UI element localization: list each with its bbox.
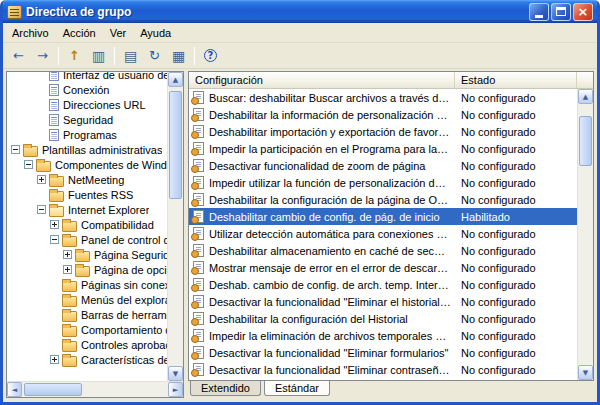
- tree-item[interactable]: Fuentes RSS: [7, 187, 167, 202]
- tree-item[interactable]: Página de opciones avanzadas: [7, 262, 167, 277]
- tree-item[interactable]: Direcciones URL: [7, 97, 167, 112]
- up-button[interactable]: ↑: [63, 45, 86, 67]
- policy-state: No configurado: [455, 330, 577, 342]
- tree-scroll-track[interactable]: [168, 87, 183, 366]
- scroll-left-icon[interactable]: ◄: [7, 382, 22, 397]
- tree-item[interactable]: Características de seguridad: [7, 352, 167, 367]
- view-tabs: ExtendidoEstándar: [188, 381, 594, 398]
- folder-icon: [75, 251, 90, 262]
- policy-row[interactable]: Deshabilitar la configuración de la fich…: [189, 378, 577, 380]
- show-tree-button[interactable]: ▥: [87, 45, 110, 67]
- folder-icon: [75, 266, 90, 277]
- policy-row[interactable]: Impedir utilizar la función de personali…: [189, 174, 577, 191]
- policy-row[interactable]: Deshab. cambio de config. de arch. temp.…: [189, 276, 577, 293]
- folder-icon: [62, 236, 77, 247]
- menu-ver[interactable]: Ver: [103, 25, 134, 41]
- tab-extendido[interactable]: Extendido: [190, 381, 261, 396]
- expander-icon[interactable]: [11, 145, 20, 154]
- tab-estandar[interactable]: Estándar: [264, 381, 330, 396]
- tree-item-label: Menús del explorador: [81, 294, 167, 306]
- scroll-up-icon[interactable]: ▲: [578, 89, 593, 104]
- expander-icon[interactable]: [24, 160, 33, 169]
- policy-row[interactable]: Desactivar funcionalidad de zoom de pági…: [189, 157, 577, 174]
- page-icon: [49, 114, 59, 126]
- tree-item[interactable]: Seguridad: [7, 112, 167, 127]
- tree-scroll-thumb[interactable]: [169, 91, 182, 199]
- expander-icon[interactable]: [63, 250, 72, 259]
- forward-button[interactable]: →: [31, 45, 54, 67]
- tree-item-label: Conexión: [63, 84, 109, 96]
- close-button[interactable]: ×: [573, 3, 593, 21]
- properties-button[interactable]: ▤: [119, 45, 142, 67]
- page-icon: [49, 129, 59, 141]
- tree-item[interactable]: Barras de herramientas: [7, 307, 167, 322]
- policy-row[interactable]: Deshabilitar la configuración de la pági…: [189, 191, 577, 208]
- tree-item[interactable]: Páginas sin conexión: [7, 277, 167, 292]
- scroll-down-icon[interactable]: ▼: [168, 366, 183, 381]
- policy-row[interactable]: Impedir la eliminación de archivos tempo…: [189, 327, 577, 344]
- column-header-estado[interactable]: Estado: [455, 72, 577, 88]
- maximize-icon: [556, 7, 566, 16]
- policy-row[interactable]: Desactivar la funcionalidad "Eliminar fo…: [189, 344, 577, 361]
- folder-icon: [62, 311, 77, 322]
- tree-item[interactable]: Programas: [7, 127, 167, 142]
- policy-state: No configurado: [455, 177, 577, 189]
- tree-item[interactable]: Internet Explorer: [7, 202, 167, 217]
- expander-icon[interactable]: [37, 205, 46, 214]
- list-scroll-thumb[interactable]: [579, 116, 592, 166]
- policy-state: No configurado: [455, 296, 577, 308]
- tree-item[interactable]: NetMeeting: [7, 172, 167, 187]
- policy-row[interactable]: Utilizar detección automática para conex…: [189, 225, 577, 242]
- policy-state: No configurado: [455, 262, 577, 274]
- tree-item[interactable]: Componentes de Windows: [7, 157, 167, 172]
- tree-item[interactable]: Página Seguridad: [7, 247, 167, 262]
- minimize-button[interactable]: [529, 3, 549, 21]
- folder-icon: [62, 296, 77, 307]
- tree-item[interactable]: Menús del explorador: [7, 292, 167, 307]
- export-list-button[interactable]: ▦: [167, 45, 190, 67]
- tree-item[interactable]: Conexión: [7, 82, 167, 97]
- menu-accion[interactable]: Acción: [56, 25, 103, 41]
- policy-row[interactable]: Impedir la participación en el Programa …: [189, 140, 577, 157]
- policy-row[interactable]: Deshabilitar cambio de config. de pág. d…: [189, 208, 577, 225]
- policy-state: No configurado: [455, 347, 577, 359]
- refresh-button[interactable]: ↻: [143, 45, 166, 67]
- scroll-up-icon[interactable]: ▲: [168, 72, 183, 87]
- help-button[interactable]: ?: [199, 45, 222, 67]
- expander-icon[interactable]: [50, 220, 59, 229]
- back-button[interactable]: ←: [7, 45, 30, 67]
- column-header-configuracion[interactable]: Configuración: [189, 72, 455, 88]
- policy-row[interactable]: Desactivar la funcionalidad "Eliminar co…: [189, 361, 577, 378]
- list-scroll-track[interactable]: [578, 104, 593, 365]
- tree-item[interactable]: Interfaz de usuario del explorador: [7, 72, 167, 82]
- titlebar[interactable]: Directiva de grupo ×: [3, 0, 597, 23]
- results-panel: Configuración Estado Buscar: deshabilita…: [188, 71, 594, 398]
- scroll-right-icon[interactable]: ►: [168, 382, 183, 397]
- policy-row[interactable]: Mostrar mensaje de error en el error de …: [189, 259, 577, 276]
- policy-row[interactable]: Desactivar la funcionalidad "Eliminar el…: [189, 293, 577, 310]
- tree-horizontal-scrollbar[interactable]: ◄ ►: [7, 381, 183, 397]
- policy-row[interactable]: Deshabilitar importación y exportación d…: [189, 123, 577, 140]
- menu-ayuda[interactable]: Ayuda: [133, 25, 178, 41]
- tree-item-label: Internet Explorer: [68, 204, 149, 216]
- expander-icon[interactable]: [63, 265, 72, 274]
- list-vertical-scrollbar[interactable]: ▲ ▼: [577, 89, 593, 380]
- tree-item[interactable]: Compatibilidad: [7, 217, 167, 232]
- scroll-down-icon[interactable]: ▼: [578, 365, 593, 380]
- maximize-button[interactable]: [551, 3, 571, 21]
- tree-item[interactable]: Controles aprobados por el administrador: [7, 337, 167, 352]
- tree-item[interactable]: Panel de control de Internet: [7, 232, 167, 247]
- policy-row[interactable]: Deshabilitar la configuración del Histor…: [189, 310, 577, 327]
- expander-icon[interactable]: [37, 175, 46, 184]
- tree-item[interactable]: Comportamiento de Internet: [7, 322, 167, 337]
- policy-row[interactable]: Deshabilitar la información de personali…: [189, 106, 577, 123]
- policy-row[interactable]: Buscar: deshabilitar Buscar archivos a t…: [189, 89, 577, 106]
- tree-vertical-scrollbar[interactable]: ▲ ▼: [167, 72, 183, 381]
- expander-icon[interactable]: [50, 235, 59, 244]
- expander-icon[interactable]: [50, 355, 59, 364]
- policy-row[interactable]: Deshabilitar almacenamiento en caché de …: [189, 242, 577, 259]
- tree-item[interactable]: Plantillas administrativas: [7, 142, 167, 157]
- menu-archivo[interactable]: Archivo: [5, 25, 56, 41]
- tree-hscroll-track[interactable]: [22, 382, 168, 397]
- tree-hscroll-thumb[interactable]: [24, 383, 82, 396]
